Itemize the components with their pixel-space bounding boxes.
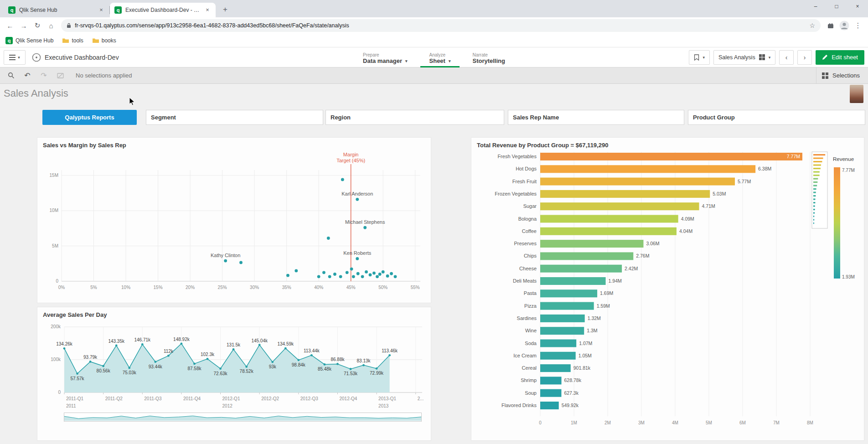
scatter-point[interactable] — [350, 268, 353, 271]
new-tab-button[interactable]: + — [219, 4, 231, 15]
scatter-point[interactable] — [394, 275, 397, 278]
area-point[interactable] — [63, 347, 66, 350]
area-point[interactable] — [258, 344, 261, 346]
filter-segment[interactable]: Segment — [146, 110, 323, 125]
bar[interactable] — [540, 215, 678, 223]
scatter-point[interactable] — [327, 237, 330, 240]
bar[interactable] — [540, 340, 576, 347]
area-point[interactable] — [271, 361, 274, 363]
edit-sheet-button[interactable]: Edit sheet — [816, 50, 864, 65]
url-omnibox[interactable]: fr-srvqs-01.qalyptus.com/sense/app/913c2… — [61, 19, 821, 32]
bar[interactable] — [540, 352, 576, 360]
area-point[interactable] — [336, 363, 339, 365]
bar[interactable] — [540, 402, 559, 409]
scatter-point[interactable] — [390, 272, 393, 275]
area-chart[interactable]: 0100k200k2011-Q12011-Q22011-Q32011-Q4201… — [42, 320, 426, 411]
scatter-point[interactable] — [239, 261, 243, 264]
bar[interactable] — [540, 227, 677, 235]
scatter-point[interactable] — [363, 226, 367, 229]
browser-reload-button[interactable]: ↻ — [31, 19, 44, 32]
scatter-point[interactable] — [376, 275, 379, 278]
bar[interactable] — [540, 364, 571, 372]
bar[interactable] — [540, 302, 594, 310]
area-point[interactable] — [154, 361, 156, 363]
area-point[interactable] — [284, 347, 287, 350]
global-menu-button[interactable]: ▾ — [4, 50, 26, 65]
scatter-point[interactable] — [361, 275, 364, 278]
chart-time-navigator[interactable] — [64, 413, 422, 422]
scatter-point[interactable] — [294, 269, 298, 273]
area-point[interactable] — [141, 343, 144, 346]
scatter-point[interactable] — [352, 275, 355, 278]
selections-step-forward-icon[interactable]: ↷ — [36, 69, 52, 82]
area-point[interactable] — [376, 367, 378, 370]
area-point[interactable] — [388, 354, 391, 356]
bookmark-item-books[interactable]: books — [93, 37, 116, 44]
area-point[interactable] — [115, 344, 118, 346]
sheet-thumbnail-image[interactable] — [850, 85, 863, 103]
scatter-point[interactable] — [339, 275, 342, 278]
area-point[interactable] — [181, 342, 183, 345]
scatter-point[interactable] — [365, 270, 368, 274]
browser-tab-dashboard[interactable]: q Executive Dashboard-Dev - Sales × — [110, 3, 216, 17]
tab-close-icon[interactable]: × — [204, 6, 211, 14]
browser-tab-hub[interactable]: q Qlik Sense Hub × — [4, 3, 109, 17]
filter-region[interactable]: Region — [326, 110, 504, 125]
browser-menu-kebab-icon[interactable]: ⋮ — [852, 19, 864, 32]
bar-chart[interactable]: 01M2M3M4M5M6M7M8MFresh Vegetables7.77MHo… — [476, 150, 859, 429]
filter-sales-rep-name[interactable]: Sales Rep Name — [508, 110, 684, 125]
scatter-point[interactable] — [224, 259, 227, 263]
area-point[interactable] — [89, 361, 92, 363]
area-point[interactable] — [324, 363, 326, 366]
bar[interactable] — [540, 289, 597, 297]
sheet-selector-dropdown[interactable]: Sales Analysis ▾ — [713, 50, 775, 65]
area-point[interactable] — [219, 367, 222, 370]
bar[interactable] — [540, 327, 584, 335]
nav-item-analyze[interactable]: Analyze Sheet▾ — [418, 47, 462, 67]
scatter-point[interactable] — [356, 257, 359, 260]
previous-sheet-button[interactable]: ‹ — [779, 50, 794, 65]
bookmark-item-qlik-hub[interactable]: q Qlik Sense Hub — [5, 37, 53, 44]
bar[interactable] — [540, 165, 755, 173]
bookmarks-dropdown-button[interactable]: ▾ — [689, 50, 710, 65]
bar[interactable] — [540, 153, 802, 160]
bar[interactable] — [540, 277, 606, 285]
scatter-point[interactable] — [317, 275, 320, 278]
bar[interactable] — [540, 240, 643, 248]
browser-home-button[interactable]: ⌂ — [45, 19, 57, 32]
area-point[interactable] — [310, 354, 313, 356]
qalyptus-reports-button[interactable]: Qalyptus Reports — [42, 110, 137, 125]
area-point[interactable] — [128, 367, 130, 369]
area-point[interactable] — [102, 365, 104, 367]
scatter-point[interactable] — [369, 274, 372, 277]
nav-item-prepare[interactable]: Prepare Data manager▾ — [352, 47, 418, 67]
scatter-point[interactable] — [356, 198, 359, 201]
profile-avatar[interactable] — [838, 19, 851, 32]
bar[interactable] — [540, 252, 633, 260]
bar[interactable] — [540, 190, 710, 198]
selections-search-icon[interactable] — [3, 69, 19, 82]
scatter-point[interactable] — [386, 274, 389, 278]
browser-back-button[interactable]: ← — [4, 19, 16, 32]
bar[interactable] — [540, 178, 735, 186]
area-point[interactable] — [76, 372, 78, 375]
clear-selections-icon[interactable] — [52, 69, 68, 82]
scatter-point[interactable] — [286, 274, 289, 277]
bar[interactable] — [540, 315, 585, 322]
selections-step-back-icon[interactable]: ↶ — [19, 69, 36, 82]
bar[interactable] — [540, 202, 699, 210]
area-point[interactable] — [362, 364, 365, 367]
window-minimize-button[interactable]: – — [805, 0, 826, 13]
scatter-point[interactable] — [378, 273, 382, 276]
scatter-point[interactable] — [382, 270, 385, 274]
scatter-point[interactable] — [322, 271, 326, 274]
scatter-point[interactable] — [346, 271, 349, 274]
browser-forward-button[interactable]: → — [17, 19, 30, 32]
bar[interactable] — [540, 265, 622, 273]
area-point[interactable] — [350, 368, 352, 370]
area-point[interactable] — [297, 359, 300, 361]
scatter-point[interactable] — [328, 275, 331, 278]
window-maximize-button[interactable]: □ — [826, 0, 847, 13]
area-point[interactable] — [207, 358, 209, 360]
area-point[interactable] — [193, 363, 196, 365]
